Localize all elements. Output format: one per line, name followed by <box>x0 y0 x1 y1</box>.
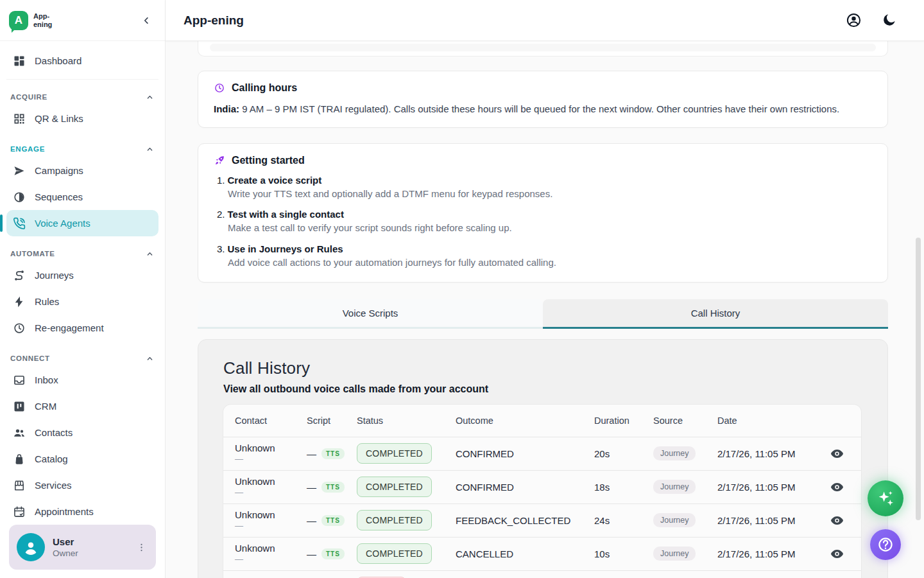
sidebar-item-label: Services <box>35 480 72 491</box>
contact-sub: — <box>235 554 307 565</box>
sidebar-item-crm[interactable]: CRM <box>6 393 158 419</box>
date-value: 2/17/26, 11:05 PM <box>717 482 814 493</box>
source-badge: Journey <box>653 547 696 561</box>
view-call-button[interactable] <box>828 445 846 462</box>
sidebar-header: A App- ening <box>0 0 165 41</box>
contact-name: Unknown <box>235 476 307 487</box>
app-logo[interactable]: A App- ening <box>9 11 52 30</box>
chevron-up-icon <box>145 92 155 102</box>
status-badge: COMPLETED <box>357 477 432 497</box>
kebab-menu-icon <box>136 542 147 553</box>
call-history-table: Contact Script Status Outcome Duration S… <box>223 405 861 578</box>
table-row: Unknown— —TTS FAILED NO_ANSWER 30s Journ… <box>223 570 861 578</box>
duration-value: 18s <box>594 482 653 493</box>
date-value: 2/17/26, 11:05 PM <box>717 515 814 526</box>
sidebar-item-journeys[interactable]: Journeys <box>6 262 158 288</box>
script-name: — <box>307 548 316 559</box>
table-row: Unknown— —TTS COMPLETED CONFIRMED 20s Jo… <box>223 437 861 470</box>
tab-voice-scripts[interactable]: Voice Scripts <box>198 299 543 329</box>
sidebar-item-services[interactable]: Services <box>6 472 158 498</box>
date-value: 2/17/26, 11:05 PM <box>717 548 814 559</box>
getting-started-header: Getting started <box>214 155 872 166</box>
sidebar-item-label: Catalog <box>35 453 68 464</box>
user-card[interactable]: User Owner <box>9 525 156 570</box>
sidebar-item-contacts[interactable]: Contacts <box>6 419 158 446</box>
sidebar-item-re-engagement[interactable]: Re-engagement <box>6 315 158 341</box>
calling-hours-header: Calling hours <box>214 82 872 94</box>
store-icon <box>13 479 26 492</box>
getting-started-step: 1.Create a voice script Write your TTS t… <box>217 175 872 200</box>
country-label: India: <box>214 103 239 114</box>
col-date: Date <box>717 416 814 426</box>
outcome-value: CONFIRMED <box>456 482 594 493</box>
tab-bar: Voice Scripts Call History <box>198 299 888 329</box>
sparkles-icon <box>875 488 896 509</box>
view-call-button[interactable] <box>828 512 846 529</box>
avatar <box>17 533 45 561</box>
account-button[interactable] <box>846 12 862 28</box>
sidebar-item-label: Appointments <box>35 506 94 517</box>
sidebar-collapse-button[interactable] <box>139 13 153 28</box>
sidebar-item-dashboard[interactable]: Dashboard <box>6 48 158 74</box>
section-header-acquire[interactable]: ACQUIRE <box>10 90 155 104</box>
call-history-title: Call History <box>223 358 861 378</box>
eye-icon <box>830 446 844 461</box>
sidebar-item-rules[interactable]: Rules <box>6 288 158 315</box>
section-header-connect[interactable]: CONNECT <box>10 351 155 365</box>
scrollbar-thumb[interactable] <box>916 238 921 520</box>
help-button[interactable] <box>870 529 901 560</box>
topbar: App-ening <box>166 0 924 41</box>
eye-icon <box>830 480 844 495</box>
contact-name: Unknown <box>235 442 307 454</box>
qr-code-icon <box>13 112 26 125</box>
tts-badge: TTS <box>321 515 345 526</box>
sidebar-item-label: QR & Links <box>35 113 83 124</box>
table-row: Unknown— —TTS COMPLETED FEEDBACK_COLLECT… <box>223 504 861 537</box>
chevron-up-icon <box>145 249 155 259</box>
duration-value: 20s <box>594 448 653 459</box>
getting-started-step: 2.Test with a single contact Make a test… <box>217 209 872 234</box>
sidebar-item-voice-agents[interactable]: Voice Agents <box>6 210 158 236</box>
sidebar-nav: Dashboard ACQUIRE QR & Links ENGAGE Camp… <box>0 41 165 525</box>
view-call-button[interactable] <box>828 478 846 496</box>
status-badge: COMPLETED <box>357 543 432 564</box>
topbar-actions <box>846 12 897 28</box>
user-menu-button[interactable] <box>133 539 150 556</box>
sidebar-item-sequences[interactable]: Sequences <box>6 184 158 210</box>
dark-mode-toggle[interactable] <box>881 12 897 28</box>
contact-sub: — <box>235 487 307 498</box>
source-badge: Journey <box>653 446 696 460</box>
sidebar-item-label: Sequences <box>35 191 83 202</box>
sidebar-item-inbox[interactable]: Inbox <box>6 367 158 393</box>
tts-badge: TTS <box>321 448 345 459</box>
sidebar-item-qr-links[interactable]: QR & Links <box>6 105 158 132</box>
col-source: Source <box>653 416 717 426</box>
phone-call-icon <box>13 217 26 230</box>
sidebar-item-label: Dashboard <box>35 55 81 66</box>
rocket-icon <box>214 155 225 166</box>
sidebar-item-appointments[interactable]: Appointments <box>6 498 158 525</box>
content-scroll-area: Calling hours India: 9 AM – 9 PM IST (TR… <box>166 41 924 578</box>
clock-icon <box>214 82 225 94</box>
col-script: Script <box>307 416 357 426</box>
table-header: Contact Script Status Outcome Duration S… <box>223 405 861 437</box>
users-icon <box>13 426 26 439</box>
sidebar-item-campaigns[interactable]: Campaigns <box>6 157 158 184</box>
script-name: — <box>307 482 316 493</box>
bolt-icon <box>13 295 26 308</box>
source-badge: Journey <box>653 513 696 527</box>
sidebar-item-label: Contacts <box>35 427 73 438</box>
contact-sub: — <box>235 454 307 465</box>
tts-badge: TTS <box>321 482 345 493</box>
script-name: — <box>307 448 316 459</box>
dashboard-icon <box>13 55 26 67</box>
clipped-card-inner <box>210 44 876 51</box>
section-header-automate[interactable]: AUTOMATE <box>10 247 155 261</box>
view-call-button[interactable] <box>828 545 846 563</box>
col-duration: Duration <box>594 416 653 426</box>
ai-assistant-button[interactable] <box>868 480 903 516</box>
tab-call-history[interactable]: Call History <box>543 299 888 329</box>
step-description: Write your TTS text and optionally add a… <box>228 188 872 200</box>
section-header-engage[interactable]: ENGAGE <box>10 142 155 156</box>
sidebar-item-catalog[interactable]: Catalog <box>6 446 158 472</box>
